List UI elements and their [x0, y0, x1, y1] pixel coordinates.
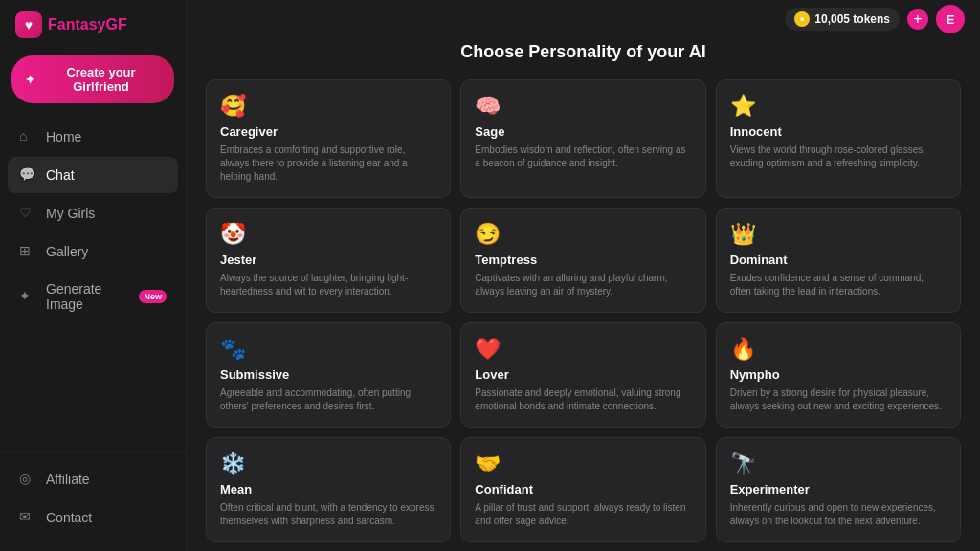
my-girls-icon: ♡: [19, 205, 36, 222]
card-emoji-confidant: 🤝: [475, 452, 691, 476]
logo-text-pink: GF: [105, 16, 126, 33]
card-emoji-experimenter: 🔭: [730, 452, 947, 476]
create-icon: ✦: [25, 73, 35, 87]
affiliate-label: Affiliate: [46, 472, 90, 487]
avatar[interactable]: E: [936, 5, 965, 33]
personality-card-mean[interactable]: ❄️ Mean Often critical and blunt, with a…: [206, 437, 451, 542]
card-emoji-submissive: 🐾: [220, 337, 436, 362]
card-desc-lover: Passionate and deeply emotional, valuing…: [475, 386, 691, 413]
create-button-label: Create your Girlfriend: [41, 65, 161, 94]
card-title-lover: Lover: [475, 367, 691, 382]
card-emoji-mean: ❄️: [220, 452, 436, 476]
card-emoji-innocent: ⭐: [730, 94, 947, 119]
card-title-temptress: Temptress: [475, 253, 691, 267]
personality-card-confidant[interactable]: 🤝 Confidant A pillar of trust and suppor…: [460, 437, 705, 542]
card-desc-confidant: A pillar of trust and support, always re…: [475, 501, 691, 528]
card-title-innocent: Innocent: [730, 124, 947, 139]
personality-card-jester[interactable]: 🤡 Jester Always the source of laughter, …: [206, 208, 451, 313]
card-title-mean: Mean: [220, 482, 436, 496]
generate-image-label: Generate Image: [46, 281, 125, 312]
personality-card-experimenter[interactable]: 🔭 Experimenter Inherently curious and op…: [716, 437, 961, 542]
personality-card-caregiver[interactable]: 🥰 Caregiver Embraces a comforting and su…: [206, 79, 451, 198]
logo-text-white: Fantasy: [48, 16, 105, 33]
card-desc-nympho: Driven by a strong desire for physical p…: [730, 386, 947, 413]
coin-icon: ●: [794, 11, 810, 27]
personality-card-temptress[interactable]: 😏 Temptress Captivates with an alluring …: [460, 208, 705, 313]
card-emoji-caregiver: 🥰: [220, 94, 436, 119]
card-title-experimenter: Experimenter: [730, 482, 947, 496]
personality-card-sage[interactable]: 🧠 Sage Embodies wisdom and reflection, o…: [460, 79, 705, 198]
sidebar-item-gallery[interactable]: ⊞ Gallery: [8, 233, 178, 270]
card-title-caregiver: Caregiver: [220, 124, 436, 139]
card-desc-jester: Always the source of laughter, bringing …: [220, 272, 436, 298]
contact-label: Contact: [46, 510, 92, 525]
top-bar: ● 10,005 tokens + E: [187, 0, 980, 38]
contact-icon: ✉: [19, 509, 36, 526]
affiliate-icon: ◎: [19, 471, 36, 488]
card-desc-caregiver: Embraces a comforting and supportive rol…: [220, 143, 436, 184]
card-desc-submissive: Agreeable and accommodating, often putti…: [220, 386, 436, 413]
home-label: Home: [46, 129, 81, 144]
card-title-nympho: Nympho: [730, 367, 947, 382]
card-title-submissive: Submissive: [220, 367, 436, 382]
sidebar-item-home[interactable]: ⌂ Home: [8, 119, 178, 155]
sidebar-item-chat[interactable]: 💬 Chat: [8, 157, 178, 193]
generate-image-icon: ✦: [19, 288, 36, 305]
logo-icon: ♥: [15, 11, 42, 38]
chat-icon: 💬: [19, 166, 36, 184]
card-emoji-nympho: 🔥: [730, 337, 947, 362]
card-desc-sage: Embodies wisdom and reflection, often se…: [475, 143, 691, 170]
sidebar: ♥ FantasyGF ✦ Create your Girlfriend ⌂ H…: [0, 0, 187, 551]
sidebar-item-my-girls[interactable]: ♡ My Girls: [8, 195, 178, 231]
chat-label: Chat: [46, 167, 75, 183]
card-emoji-sage: 🧠: [475, 94, 691, 119]
gallery-label: Gallery: [46, 244, 88, 259]
new-badge: New: [139, 290, 167, 303]
home-icon: ⌂: [19, 128, 36, 145]
sidebar-nav: ⌂ Home 💬 Chat ♡ My Girls ⊞ Gallery ✦ Gen…: [0, 119, 186, 452]
card-desc-innocent: Views the world through rose-colored gla…: [730, 143, 947, 170]
create-girlfriend-button[interactable]: ✦ Create your Girlfriend: [11, 55, 174, 103]
card-emoji-jester: 🤡: [220, 222, 436, 247]
personality-card-nympho[interactable]: 🔥 Nympho Driven by a strong desire for p…: [716, 322, 961, 428]
main-content: ● 10,005 tokens + E Choose Personality o…: [187, 0, 980, 551]
add-tokens-button[interactable]: +: [907, 9, 928, 30]
personality-grid: 🥰 Caregiver Embraces a comforting and su…: [206, 79, 961, 542]
sidebar-item-contact[interactable]: ✉ Contact: [8, 499, 178, 536]
sidebar-bottom: ◎ Affiliate ✉ Contact: [0, 452, 186, 551]
token-count: 10,005 tokens: [814, 12, 890, 26]
personality-section-title: Choose Personality of your AI: [206, 42, 961, 62]
card-title-jester: Jester: [220, 253, 436, 267]
gallery-icon: ⊞: [19, 243, 36, 260]
personality-card-lover[interactable]: ❤️ Lover Passionate and deeply emotional…: [460, 322, 705, 428]
card-title-dominant: Dominant: [730, 253, 947, 267]
card-emoji-lover: ❤️: [475, 337, 691, 362]
sidebar-item-generate-image[interactable]: ✦ Generate Image New: [8, 272, 178, 321]
content-area: Choose Personality of your AI 🥰 Caregive…: [187, 0, 980, 551]
token-badge: ● 10,005 tokens: [785, 8, 900, 31]
my-girls-label: My Girls: [46, 206, 95, 221]
logo-text: FantasyGF: [48, 16, 127, 33]
logo: ♥ FantasyGF: [0, 0, 186, 48]
card-desc-temptress: Captivates with an alluring and playful …: [475, 272, 691, 298]
card-desc-dominant: Exudes confidence and a sense of command…: [730, 272, 947, 298]
card-title-sage: Sage: [475, 124, 691, 139]
card-desc-experimenter: Inherently curious and open to new exper…: [730, 501, 947, 528]
card-title-confidant: Confidant: [475, 482, 691, 496]
personality-card-innocent[interactable]: ⭐ Innocent Views the world through rose-…: [716, 79, 961, 198]
card-emoji-dominant: 👑: [730, 222, 947, 247]
sidebar-item-affiliate[interactable]: ◎ Affiliate: [8, 461, 178, 497]
card-emoji-temptress: 😏: [475, 222, 691, 247]
card-desc-mean: Often critical and blunt, with a tendenc…: [220, 501, 436, 528]
personality-card-dominant[interactable]: 👑 Dominant Exudes confidence and a sense…: [716, 208, 961, 313]
personality-card-submissive[interactable]: 🐾 Submissive Agreeable and accommodating…: [206, 322, 451, 428]
